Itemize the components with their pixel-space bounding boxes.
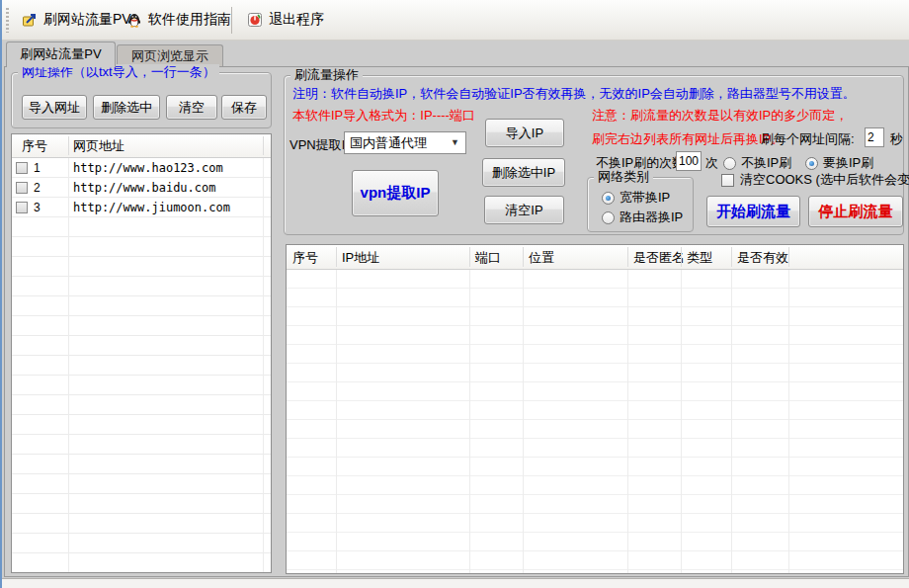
radio-label: 要换IP刷 (823, 154, 873, 172)
radio-label: 宽带换IP (620, 189, 670, 207)
vpn-extract-ip-button[interactable]: vpn提取IP (352, 170, 439, 216)
traffic-group-title: 刷流量操作 (290, 67, 363, 83)
url-row-index: 1 (34, 161, 41, 175)
url-row-address: http://www.hao123.com (73, 161, 223, 175)
ip-list-body[interactable] (287, 270, 903, 573)
url-row-address: http://www.baidu.com (73, 181, 216, 195)
url-header-index[interactable]: 序号 (22, 137, 47, 155)
app-window: 刷网站流量PV 软件使用指南 (0, 0, 909, 588)
url-list[interactable]: 序号 网页地址 1 http://www.hao123.com 2 http:/… (11, 133, 272, 573)
import-urls-button[interactable]: 导入网址 (22, 95, 87, 120)
url-row-checkbox[interactable] (16, 202, 28, 213)
toolbar: 刷网站流量PV 软件使用指南 (2, 0, 909, 41)
ip-header-type[interactable]: 类型 (687, 249, 712, 267)
toolbar-button-label: 软件使用指南 (148, 11, 231, 29)
radio-no-ip-change[interactable]: 不换IP刷 (723, 154, 791, 172)
radio-broadband-ip[interactable]: 宽带换IP (602, 189, 670, 207)
penguin-icon (126, 12, 142, 28)
note-count-line2: 刷完右边列表所有网址后再换IP。 (592, 130, 784, 148)
start-traffic-button[interactable]: 开始刷流量 (706, 196, 800, 227)
interval-label: 刷每个网址间隔: (761, 130, 855, 148)
ip-header-location[interactable]: 位置 (529, 249, 554, 267)
status-bar (2, 578, 909, 588)
toolbar-separator (231, 7, 232, 34)
network-group-title: 网络类别 (594, 169, 653, 185)
tab-content-panel: 网址操作（以txt导入，一行一条） 导入网址 删除选中 清空 保存 序号 网页地… (4, 66, 909, 577)
traffic-operations-group: 刷流量操作 注明：软件自动换IP，软件会自动验证IP否有效再换，无效的IP会自动… (284, 75, 904, 235)
tab-browser-view[interactable]: 网页浏览显示 (117, 44, 223, 66)
times-unit: 次 (705, 154, 718, 172)
ip-header-valid[interactable]: 是否有效 (737, 249, 788, 267)
vpn-proxy-selected-value: 国内普通代理 (350, 135, 427, 150)
radio-label: 不换IP刷 (741, 154, 791, 172)
note-count-line1: 注意：刷流量的次数是以有效IP的多少而定， (592, 107, 848, 125)
toolbar-button-exit[interactable]: 退出程序 (239, 5, 332, 35)
checkbox-icon (721, 174, 734, 187)
url-row-checkbox[interactable] (16, 162, 28, 174)
times-input[interactable] (676, 151, 702, 171)
ip-header-anonymous[interactable]: 是否匿名 (633, 249, 685, 267)
url-row[interactable]: 2 http://www.baidu.com (12, 178, 271, 198)
radio-icon (805, 157, 818, 170)
url-row-index: 3 (34, 201, 41, 214)
clear-urls-button[interactable]: 清空 (166, 95, 217, 120)
ip-list-header[interactable]: 序号 IP地址 端口 位置 是否匿名 类型 是否有效 (287, 245, 903, 270)
import-ip-button[interactable]: 导入IP (485, 119, 564, 147)
url-list-body[interactable]: 1 http://www.hao123.com 2 http://www.bai… (12, 158, 271, 572)
radio-ip-change[interactable]: 要换IP刷 (805, 154, 873, 172)
toolbar-button-guide[interactable]: 软件使用指南 (119, 5, 239, 35)
clear-cookies-checkbox[interactable]: 清空COOKS (选中后软件会变慢) (721, 171, 909, 189)
exit-icon (247, 12, 263, 28)
url-operations-group: 网址操作（以txt导入，一行一条） 导入网址 删除选中 清空 保存 (11, 72, 272, 128)
tab-traffic-pv[interactable]: 刷网站流量PV (6, 42, 116, 67)
vpn-proxy-select[interactable]: 国内普通代理 ▼ (344, 131, 466, 154)
toolbar-button-label: 退出程序 (269, 11, 324, 29)
url-row[interactable]: 1 http://www.hao123.com (12, 158, 271, 178)
radio-label: 路由器换IP (620, 209, 683, 226)
save-urls-button[interactable]: 保存 (221, 95, 267, 120)
interval-unit: 秒 (890, 130, 903, 148)
note-auto-ip: 注明：软件自动换IP，软件会自动验证IP否有效再换，无效的IP会自动删除，路由器… (292, 85, 856, 103)
ip-header-address[interactable]: IP地址 (342, 249, 379, 267)
toolbar-grip[interactable] (6, 8, 9, 33)
url-row-index: 2 (34, 181, 41, 195)
radio-icon (723, 157, 736, 170)
url-row-checkbox[interactable] (16, 182, 28, 194)
ip-list[interactable]: 序号 IP地址 端口 位置 是否匿名 类型 是否有效 (286, 244, 904, 574)
radio-icon (602, 211, 615, 224)
traffic-app-icon (22, 12, 38, 28)
interval-input[interactable] (865, 127, 884, 147)
url-list-header[interactable]: 序号 网页地址 (12, 134, 271, 158)
radio-icon (602, 192, 615, 205)
checkbox-label: 清空COOKS (选中后软件会变慢) (740, 171, 909, 189)
network-type-group: 网络类别 宽带换IP 路由器换IP (587, 177, 694, 232)
ip-header-port[interactable]: 端口 (475, 249, 501, 267)
radio-router-ip[interactable]: 路由器换IP (602, 209, 683, 226)
note-ip-format: 本软件IP导入格式为：IP----端口 (292, 107, 475, 125)
chevron-down-icon: ▼ (451, 132, 459, 153)
ip-header-index[interactable]: 序号 (292, 249, 318, 267)
url-header-address[interactable]: 网页地址 (73, 137, 124, 155)
stop-traffic-button[interactable]: 停止刷流量 (808, 196, 903, 227)
url-row[interactable]: 3 http://www.jiumoon.com (12, 198, 271, 217)
clear-ip-button[interactable]: 清空IP (484, 196, 564, 224)
url-row-address: http://www.jiumoon.com (73, 201, 230, 214)
delete-selected-ip-button[interactable]: 删除选中IP (482, 158, 565, 187)
delete-selected-urls-button[interactable]: 删除选中 (93, 95, 160, 120)
